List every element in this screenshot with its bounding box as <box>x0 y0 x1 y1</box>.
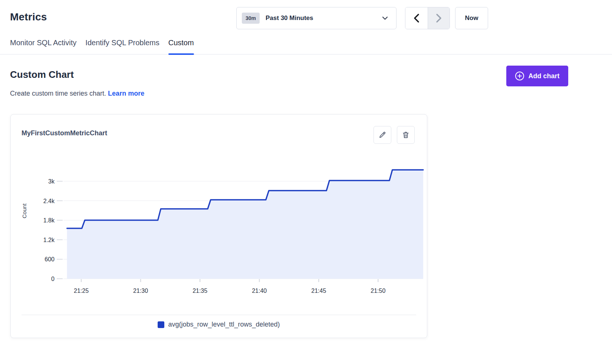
svg-text:21:45: 21:45 <box>311 288 326 294</box>
prev-time-button[interactable] <box>405 7 428 29</box>
chevron-left-icon <box>413 13 420 23</box>
chart-legend: avg(jobs_row_level_ttl_rows_deleted) <box>11 321 427 328</box>
tab-bar: Monitor SQL Activity Identify SQL Proble… <box>0 39 612 54</box>
next-time-button[interactable] <box>428 7 450 29</box>
now-button[interactable]: Now <box>455 7 488 29</box>
tab-custom[interactable]: Custom <box>168 39 194 54</box>
tab-monitor-sql-activity[interactable]: Monitor SQL Activity <box>10 39 76 54</box>
chart-card-actions <box>374 126 415 144</box>
chevron-down-icon <box>382 16 388 20</box>
learn-more-link[interactable]: Learn more <box>108 90 144 97</box>
chevron-right-icon <box>435 13 442 23</box>
chart-card: MyFirstCustomMetricChart 06001.2k1.8k2.4… <box>10 114 427 338</box>
svg-text:2.4k: 2.4k <box>43 198 55 204</box>
svg-text:3k: 3k <box>48 178 55 185</box>
svg-text:21:50: 21:50 <box>371 288 385 294</box>
time-range-badge: 30m <box>242 13 260 24</box>
add-chart-button[interactable]: Add chart <box>506 66 568 86</box>
section-subtitle: Create custom time series chart. Learn m… <box>10 90 144 97</box>
metrics-page: Metrics 30m Past 30 Minutes Now Monitor … <box>0 0 612 364</box>
section-title: Custom Chart <box>10 69 74 80</box>
svg-text:21:30: 21:30 <box>133 288 148 294</box>
card-divider <box>22 315 416 315</box>
svg-text:21:35: 21:35 <box>193 288 207 294</box>
plus-circle-icon <box>515 71 524 81</box>
time-nav-arrows <box>405 7 450 29</box>
delete-chart-button[interactable] <box>397 126 415 144</box>
legend-label: avg(jobs_row_level_ttl_rows_deleted) <box>168 321 280 328</box>
svg-text:1.2k: 1.2k <box>43 237 55 243</box>
add-chart-label: Add chart <box>528 72 559 80</box>
svg-text:Count: Count <box>21 203 27 218</box>
section-subtitle-text: Create custom time series chart. <box>10 90 106 97</box>
tab-identify-sql-problems[interactable]: Identify SQL Problems <box>85 39 159 54</box>
custom-chart-svg: 06001.2k1.8k2.4k3kCount21:2521:3021:3521… <box>11 152 428 296</box>
trash-icon <box>402 131 410 139</box>
legend-swatch <box>158 321 164 328</box>
svg-text:1.8k: 1.8k <box>43 217 55 224</box>
svg-text:21:25: 21:25 <box>74 288 89 294</box>
time-range-label: Past 30 Minutes <box>266 14 313 22</box>
svg-text:21:40: 21:40 <box>252 288 267 294</box>
svg-text:0: 0 <box>51 276 55 282</box>
edit-chart-button[interactable] <box>374 126 391 144</box>
page-title: Metrics <box>10 11 47 23</box>
time-range-dropdown[interactable]: 30m Past 30 Minutes <box>236 7 397 29</box>
chart-title: MyFirstCustomMetricChart <box>22 129 107 137</box>
svg-text:600: 600 <box>45 256 55 262</box>
pencil-icon <box>378 131 386 139</box>
